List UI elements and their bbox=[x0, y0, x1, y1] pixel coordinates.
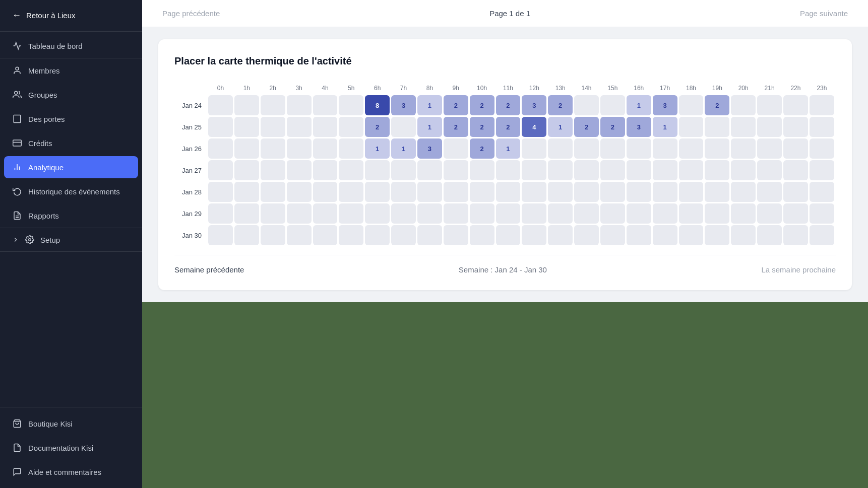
heatmap-cell bbox=[339, 160, 363, 180]
heatmap-cell bbox=[496, 160, 521, 180]
sidebar-item-analytique[interactable]: Analytique bbox=[4, 156, 138, 178]
heatmap-cell bbox=[574, 182, 599, 202]
heatmap-cell bbox=[705, 225, 729, 245]
page-info: Page 1 de 1 bbox=[489, 9, 530, 18]
heatmap-cell bbox=[417, 160, 442, 180]
heatmap-cell: 1 bbox=[417, 95, 442, 115]
page-prev-button[interactable]: Page précédente bbox=[162, 9, 220, 18]
heatmap-cell bbox=[234, 138, 259, 159]
week-prev-button[interactable]: Semaine précédente bbox=[174, 265, 244, 274]
shop-icon bbox=[12, 419, 22, 429]
credits-icon bbox=[12, 138, 22, 148]
heatmap-cell bbox=[313, 117, 338, 137]
heatmap-cell bbox=[783, 182, 808, 202]
heatmap-cell bbox=[261, 182, 285, 202]
heatmap-header-row: 0h 1h 2h 3h 4h 5h 6h 7h 8h 9h 10h 11h 12… bbox=[176, 83, 834, 94]
heatmap-cell: 2 bbox=[496, 95, 521, 115]
heatmap-cell bbox=[731, 95, 756, 115]
hour-13h: 13h bbox=[548, 83, 573, 94]
heatmap-row-label: Jan 28 bbox=[176, 182, 207, 202]
heatmap-cell bbox=[234, 95, 259, 115]
sidebar-item-groupes[interactable]: Groupes bbox=[0, 83, 142, 107]
heatmap-cell bbox=[470, 203, 494, 224]
heatmap-cell bbox=[574, 95, 599, 115]
heatmap-cell bbox=[339, 117, 363, 137]
sidebar-item-membres[interactable]: Membres bbox=[0, 58, 142, 83]
heatmap-cell bbox=[234, 182, 259, 202]
heatmap-row-label: Jan 26 bbox=[176, 138, 207, 159]
heatmap-cell bbox=[731, 203, 756, 224]
hour-20h: 20h bbox=[731, 83, 756, 94]
hour-6h: 6h bbox=[365, 83, 390, 94]
heatmap-cell bbox=[522, 138, 546, 159]
heatmap-cell bbox=[208, 225, 233, 245]
heatmap-cell bbox=[679, 225, 704, 245]
week-next-button[interactable]: La semaine prochaine bbox=[761, 265, 836, 274]
heatmap-cell: 2 bbox=[444, 117, 468, 137]
sidebar-item-tableau-de-bord[interactable]: Tableau de bord bbox=[0, 34, 142, 58]
sidebar-label-boutique: Boutique Kisi bbox=[28, 420, 73, 428]
heatmap-cell bbox=[339, 138, 363, 159]
heatmap-cell bbox=[783, 160, 808, 180]
sidebar-item-documentation[interactable]: Documentation Kisi bbox=[0, 436, 142, 460]
sidebar-label-rapports: Rapports bbox=[28, 212, 59, 220]
hour-22h: 22h bbox=[783, 83, 808, 94]
heatmap-cell bbox=[810, 203, 834, 224]
heatmap-cell bbox=[417, 182, 442, 202]
back-button[interactable]: ← Retour à Lieux bbox=[0, 0, 142, 31]
heatmap-cell bbox=[757, 203, 782, 224]
sidebar-item-historique[interactable]: Historique des événements bbox=[0, 179, 142, 203]
heatmap-title: Placer la carte thermique de l'activité bbox=[174, 55, 836, 67]
sidebar-item-setup[interactable]: Setup bbox=[0, 228, 142, 251]
heatmap-cell bbox=[234, 225, 259, 245]
sidebar-item-aide[interactable]: Aide et commentaires bbox=[0, 460, 142, 484]
heatmap-cell bbox=[548, 182, 573, 202]
heatmap-cell bbox=[731, 182, 756, 202]
sidebar-item-boutique[interactable]: Boutique Kisi bbox=[0, 411, 142, 436]
setup-icon bbox=[25, 235, 34, 244]
heatmap-row: Jan 2483122232132 bbox=[176, 95, 834, 115]
heatmap-cell bbox=[313, 138, 338, 159]
heatmap-cell bbox=[208, 160, 233, 180]
heatmap-cell bbox=[522, 160, 546, 180]
page-next-button[interactable]: Page suivante bbox=[800, 9, 848, 18]
sidebar-item-des-portes[interactable]: Des portes bbox=[0, 107, 142, 131]
heatmap-cell: 1 bbox=[365, 138, 390, 159]
heatmap-row: Jan 28 bbox=[176, 182, 834, 202]
hour-4h: 4h bbox=[313, 83, 338, 94]
analytics-icon bbox=[12, 162, 22, 172]
heatmap-cell bbox=[810, 182, 834, 202]
sidebar-item-credits[interactable]: Crédits bbox=[0, 131, 142, 155]
svg-point-1 bbox=[15, 91, 18, 94]
heatmap-cell bbox=[261, 225, 285, 245]
pagination-bar-top: Page précédente Page 1 de 1 Page suivant… bbox=[142, 0, 868, 27]
back-label: Retour à Lieux bbox=[26, 11, 76, 20]
heatmap-cell: 2 bbox=[574, 117, 599, 137]
heatmap-cell: 2 bbox=[470, 117, 494, 137]
heatmap-cell: 2 bbox=[365, 117, 390, 137]
heatmap-cell bbox=[261, 117, 285, 137]
heatmap-cell: 3 bbox=[522, 95, 546, 115]
reports-icon bbox=[12, 211, 22, 221]
heatmap-cell: 3 bbox=[391, 95, 416, 115]
week-navigation: Semaine précédente Semaine : Jan 24 - Ja… bbox=[174, 255, 836, 274]
heatmap-cell bbox=[783, 203, 808, 224]
heatmap-cell bbox=[783, 117, 808, 137]
heatmap-cell bbox=[208, 117, 233, 137]
heatmap-cell bbox=[444, 225, 468, 245]
sidebar-item-rapports[interactable]: Rapports bbox=[0, 203, 142, 228]
heatmap-cell: 3 bbox=[627, 117, 651, 137]
heatmap-cell bbox=[574, 160, 599, 180]
heatmap-cell bbox=[679, 203, 704, 224]
svg-point-10 bbox=[29, 239, 31, 241]
heatmap-cell bbox=[522, 203, 546, 224]
heatmap-cell bbox=[757, 117, 782, 137]
heatmap-cell bbox=[627, 138, 651, 159]
heatmap-cell bbox=[705, 117, 729, 137]
sidebar-label-credits: Crédits bbox=[28, 139, 52, 148]
heatmap-cell bbox=[287, 160, 312, 180]
heatmap-cell bbox=[417, 203, 442, 224]
heatmap-cell bbox=[705, 160, 729, 180]
heatmap-cell bbox=[705, 182, 729, 202]
heatmap-cell bbox=[548, 203, 573, 224]
